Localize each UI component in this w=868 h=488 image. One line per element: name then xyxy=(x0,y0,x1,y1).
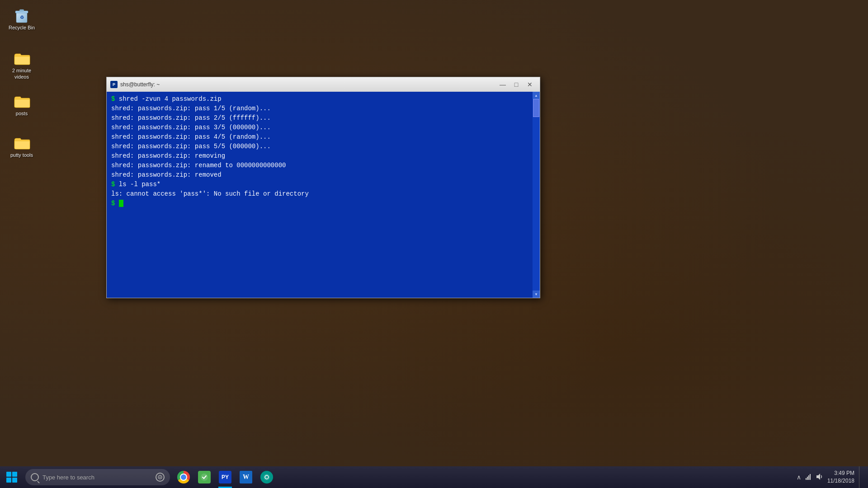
taskbar-right: ∧ 3:49 PM 11/18/2018 xyxy=(797,466,868,488)
search-bar[interactable]: Type here to search xyxy=(25,469,170,485)
putty-taskbar-icon: PY xyxy=(219,471,231,483)
recycle-bin-label: Recycle Bin xyxy=(9,24,35,31)
chevron-up-icon[interactable]: ∧ xyxy=(797,474,801,481)
terminal-line: shred: passwords.zip: removing xyxy=(111,151,528,161)
terminal-line: shred: passwords.zip: pass 3/5 (000000).… xyxy=(111,123,528,132)
minimize-button[interactable]: — xyxy=(496,80,509,89)
desktop-icon-putty-tools[interactable]: putty tools xyxy=(4,132,40,160)
taskbar-app-chrome[interactable] xyxy=(174,466,193,488)
volume-icon[interactable] xyxy=(816,473,823,482)
close-button[interactable]: ✕ xyxy=(524,80,536,89)
terminal-line: shred: passwords.zip: pass 2/5 (ffffff).… xyxy=(111,113,528,123)
folder-icon xyxy=(13,49,31,67)
svg-rect-11 xyxy=(810,474,811,480)
putty-icon: P xyxy=(110,81,118,88)
svg-rect-9 xyxy=(807,477,808,480)
taskbar-app-putty[interactable]: PY xyxy=(215,466,235,488)
terminal-line: ls: cannot access 'pass*': No such file … xyxy=(111,189,528,199)
taskbar-app-5[interactable] xyxy=(257,466,277,488)
svg-marker-12 xyxy=(816,474,820,480)
network-icon[interactable] xyxy=(805,473,812,482)
show-desktop-button[interactable] xyxy=(859,466,863,488)
svg-point-5 xyxy=(160,477,161,478)
windows-logo-pane-bl xyxy=(6,478,11,483)
folder-icon-putty-tools xyxy=(13,134,31,152)
desktop: ♻ Recycle Bin 2 minute videos posts putt… xyxy=(0,0,868,488)
svg-rect-8 xyxy=(806,478,807,480)
clock-date: 11/18/2018 xyxy=(827,477,854,485)
svg-point-7 xyxy=(264,474,270,480)
terminal-title: shs@butterfly: ~ xyxy=(120,81,160,88)
clock-time: 3:49 PM xyxy=(834,469,854,477)
cortana-icon xyxy=(156,473,165,482)
windows-logo xyxy=(6,472,17,483)
windows-logo-pane-tr xyxy=(12,472,17,477)
terminal-body[interactable]: $ shred -zvun 4 passwords.zip shred: pas… xyxy=(107,92,540,298)
terminal-line: shred: passwords.zip: pass 1/5 (random).… xyxy=(111,104,528,113)
recycle-bin-icon: ♻ xyxy=(13,6,31,24)
app5-icon xyxy=(260,471,273,483)
terminal-prompt-line: $ xyxy=(111,199,528,208)
posts-label: posts xyxy=(16,110,28,117)
maximize-button[interactable]: □ xyxy=(510,80,523,89)
app2-icon xyxy=(198,471,211,483)
system-tray-icons: ∧ xyxy=(797,473,823,482)
scroll-down-button[interactable]: ▼ xyxy=(533,291,540,298)
windows-logo-pane-tl xyxy=(6,472,11,477)
windows-logo-pane-br xyxy=(12,478,17,483)
terminal-titlebar-buttons: — □ ✕ xyxy=(496,80,536,89)
terminal-line: $ ls -l pass* xyxy=(111,180,528,189)
taskbar-app-word[interactable]: W xyxy=(236,466,256,488)
taskbar-app-2[interactable] xyxy=(194,466,214,488)
search-icon xyxy=(31,473,39,481)
start-button[interactable] xyxy=(0,466,24,488)
desktop-icon-posts[interactable]: posts xyxy=(4,90,40,118)
chrome-icon xyxy=(177,471,190,483)
terminal-titlebar-left: P shs@butterfly: ~ xyxy=(110,81,160,88)
desktop-icon-2min-videos[interactable]: 2 minute videos xyxy=(4,47,40,82)
svg-rect-2 xyxy=(19,9,24,11)
svg-rect-10 xyxy=(808,475,809,480)
desktop-icon-recycle-bin[interactable]: ♻ Recycle Bin xyxy=(4,5,40,33)
terminal-titlebar: P shs@butterfly: ~ — □ ✕ xyxy=(107,77,540,92)
terminal-content[interactable]: $ shred -zvun 4 passwords.zip shred: pas… xyxy=(107,92,533,298)
terminal-line: shred: passwords.zip: pass 4/5 (random).… xyxy=(111,132,528,142)
terminal-line: $ shred -zvun 4 passwords.zip xyxy=(111,94,528,104)
terminal-scrollbar[interactable]: ▲ ▼ xyxy=(533,92,540,298)
svg-text:♻: ♻ xyxy=(20,15,24,20)
scroll-up-button[interactable]: ▲ xyxy=(533,92,540,99)
taskbar-apps: PY W xyxy=(174,466,277,488)
folder-icon-posts xyxy=(13,92,31,110)
word-icon: W xyxy=(240,471,252,483)
scrollbar-track[interactable] xyxy=(533,99,540,291)
scrollbar-thumb[interactable] xyxy=(533,99,539,117)
terminal-line: shred: passwords.zip: pass 5/5 (000000).… xyxy=(111,142,528,151)
taskbar: Type here to search PY W xyxy=(0,466,868,488)
terminal-line: shred: passwords.zip: removed xyxy=(111,170,528,180)
search-placeholder-text: Type here to search xyxy=(42,474,94,481)
svg-point-6 xyxy=(201,474,208,481)
2min-videos-label: 2 minute videos xyxy=(5,67,38,80)
terminal-line: shred: passwords.zip: renamed to 0000000… xyxy=(111,161,528,170)
system-clock[interactable]: 3:49 PM 11/18/2018 xyxy=(827,469,854,485)
terminal-cursor xyxy=(119,200,123,207)
putty-tools-label: putty tools xyxy=(10,152,33,158)
terminal-window: P shs@butterfly: ~ — □ ✕ $ shred -zvun 4… xyxy=(106,77,540,298)
